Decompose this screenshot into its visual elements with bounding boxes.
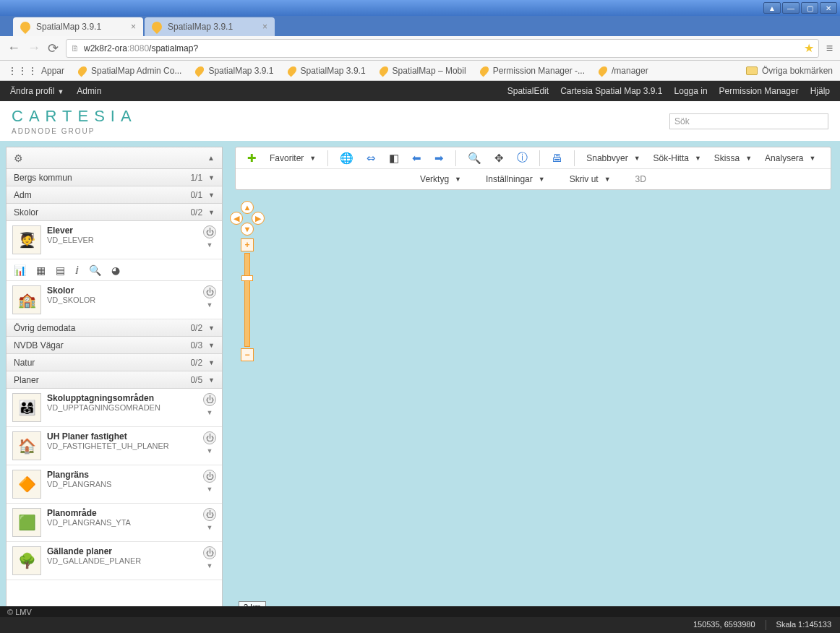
chevron-down-icon[interactable]: ▼ [207,447,213,455]
apps-shortcut[interactable]: ⋮⋮⋮Appar [7,65,64,77]
pan-right-button[interactable]: ▶ [252,212,265,225]
extent-icon[interactable]: ⇔ [362,149,380,168]
chevron-down-icon[interactable]: ▼ [208,342,215,349]
category-row[interactable]: Planer 0/5 ▼ [7,371,222,389]
category-row[interactable]: Övrig demodata 0/2 ▼ [7,319,222,337]
grid-icon[interactable]: ▤ [56,264,65,276]
eraser-icon[interactable]: ◧ [385,149,403,168]
zoom-in-icon[interactable]: 🔍 [463,149,486,168]
browser-menu-icon[interactable]: ≡ [826,42,833,55]
help-link[interactable]: Hjälp [810,86,830,96]
layer-item[interactable]: 🟩 Planområde VD_PLANGRANS_YTA ⏻ ▼ [7,504,222,542]
minimize-button[interactable]: — [782,2,800,14]
gear-icon[interactable]: ⚙ [14,152,23,164]
bookmark-item[interactable]: Permission Manager -... [479,66,585,76]
layer-item[interactable]: 🏫 Skolor VD_SKOLOR ⏻ ▼ [7,281,222,319]
sidebar-header[interactable]: ⚙ ▲ [7,147,222,169]
category-row[interactable]: Adm 0/1 ▼ [7,186,222,204]
admin-link[interactable]: Admin [77,86,101,96]
power-icon[interactable]: ⏻ [203,393,216,406]
browser-tab[interactable]: SpatialMap 3.9.1 × [145,17,275,36]
search-icon[interactable]: 🔍 [89,264,101,276]
map-canvas[interactable]: TäbyaröVaxholmStegesundSkarpöRindöRamsöT… [228,141,840,617]
power-icon[interactable]: ⏻ [203,470,216,483]
profile-menu[interactable]: Ändra profil▼ [10,86,64,96]
chevron-down-icon[interactable]: ▼ [208,191,215,199]
collapse-icon[interactable]: ▲ [207,154,215,162]
identify-icon[interactable]: ⅈ [75,264,79,276]
tab-close-icon[interactable]: × [262,22,267,32]
chevron-down-icon[interactable]: ▼ [208,209,215,216]
power-icon[interactable]: ⏻ [203,225,216,238]
chevron-down-icon[interactable]: ▼ [207,409,213,416]
permission-manager-link[interactable]: Permission Manager [719,86,799,96]
layer-item[interactable]: 🏠 UH Planer fastighet VD_FASTIGHETET_UH_… [7,427,222,465]
chart-icon[interactable]: 📊 [14,264,26,276]
chevron-down-icon[interactable]: ▼ [207,301,213,309]
layer-item[interactable]: 🌳 Gällande planer VD_GALLANDE_PLANER ⏻ ▼ [7,542,222,580]
layer-item[interactable]: 🔶 Plangräns VD_PLANGRANS ⏻ ▼ [7,465,222,504]
layer-item[interactable]: 👨‍👩‍👧 Skolupptagningsområden VD_UPPTAGNI… [7,389,222,427]
globe-icon[interactable]: 🌐 [335,149,358,168]
category-row[interactable]: Natur 0/2 ▼ [7,354,222,371]
power-icon[interactable]: ⏻ [203,431,216,444]
installningar-menu[interactable]: Inställningar▼ [481,170,549,189]
bookmark-item[interactable]: SpatialMap – Mobil [379,66,466,76]
close-window-button[interactable]: ✕ [820,2,837,14]
other-bookmarks[interactable]: Övriga bokmärken [762,66,833,76]
zoom-in-button[interactable]: + [241,238,254,251]
favorites-add-icon[interactable]: ✚ [243,149,261,168]
bookmark-item[interactable]: SpatialMap 3.9.1 [194,66,273,76]
pan-left-button[interactable]: ◀ [230,212,243,225]
skrivut-menu[interactable]: Skriv ut▼ [565,170,615,189]
layer-item[interactable]: 🧑‍🎓 Elever VD_ELEVER ⏻ ▼ [7,221,222,259]
chevron-down-icon[interactable]: ▼ [208,174,215,181]
bookmark-star-icon[interactable]: ★ [804,41,814,55]
info-icon[interactable]: ⓘ [513,149,532,168]
pan-down-button[interactable]: ▼ [241,223,254,236]
chevron-down-icon[interactable]: ▼ [207,486,213,493]
sok-hitta-menu[interactable]: Sök-Hitta▼ [649,149,706,168]
analysera-menu[interactable]: Analysera▼ [760,149,820,168]
tab-close-icon[interactable]: × [131,22,136,32]
bookmark-item[interactable]: SpatialMap 3.9.1 [287,66,366,76]
zoom-out-button[interactable]: − [241,348,254,361]
pan-up-button[interactable]: ▲ [241,201,254,214]
nav-back-icon[interactable]: ⬅ [408,149,426,168]
chevron-down-icon[interactable]: ▼ [208,359,215,366]
zoom-handle[interactable] [241,275,253,281]
nav-forward-icon[interactable]: ➡ [430,149,448,168]
bookmark-item[interactable]: /manager [598,66,648,76]
back-icon[interactable]: ← [7,40,20,56]
power-icon[interactable]: ⏻ [203,508,216,521]
chevron-down-icon[interactable]: ▼ [207,241,213,249]
spatialedit-link[interactable]: SpatialEdit [507,86,549,96]
chevron-down-icon[interactable]: ▼ [207,562,213,569]
print-icon[interactable]: 🖶 [547,149,567,168]
global-search-input[interactable]: Sök [669,113,828,129]
chevron-down-icon[interactable]: ▼ [208,376,215,384]
verktyg-menu[interactable]: Verktyg▼ [416,170,466,189]
category-row[interactable]: NVDB Vägar 0/3 ▼ [7,337,222,354]
chevron-down-icon[interactable]: ▼ [208,324,215,332]
zoom-track[interactable] [244,253,250,347]
maximize-button[interactable]: ▢ [801,2,818,14]
category-row[interactable]: Skolor 0/2 ▼ [7,204,222,221]
browser-tab-active[interactable]: SpatialMap 3.9.1 × [13,17,143,36]
favorites-menu[interactable]: Favoriter▼ [265,149,320,168]
skissa-menu[interactable]: Skissa▼ [710,149,756,168]
login-link[interactable]: Logga in [674,86,708,96]
pan-icon[interactable]: ✥ [490,149,508,168]
user-icon[interactable]: ▲ [763,2,781,14]
table-icon[interactable]: ▦ [36,264,46,276]
power-icon[interactable]: ⏻ [203,285,216,298]
bookmark-item[interactable]: SpatialMap Admin Co... [77,66,181,76]
chevron-down-icon[interactable]: ▼ [207,524,213,531]
threed-button[interactable]: 3D [631,170,651,189]
layer-icon[interactable]: ◕ [111,264,120,276]
category-row[interactable]: Bergs kommun 1/1 ▼ [7,169,222,186]
url-input[interactable]: 🗎 w2k8r2-ora:8080/spatialmap? ★ [66,39,819,58]
reload-icon[interactable]: ⟳ [48,40,59,56]
snabbvyer-menu[interactable]: Snabbvyer▼ [582,149,644,168]
power-icon[interactable]: ⏻ [203,546,216,559]
